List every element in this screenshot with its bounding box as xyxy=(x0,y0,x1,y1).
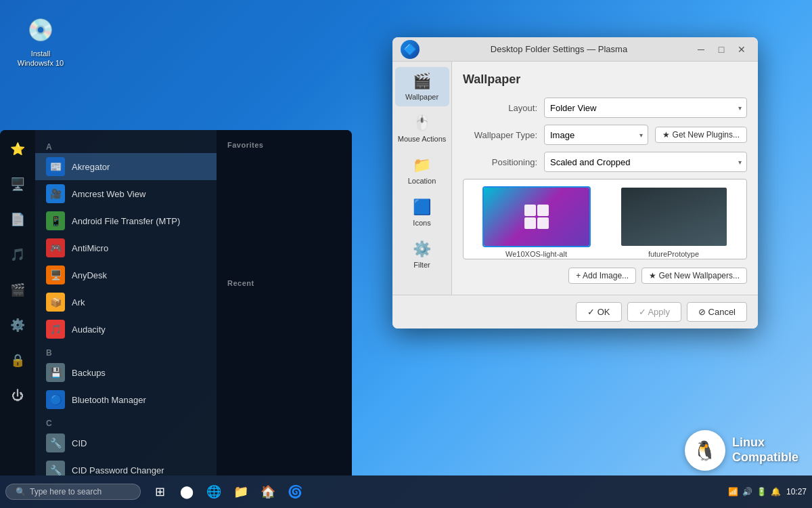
dialog-titlebar: 🔷 Desktop Folder Settings — Plasma ─ □ ✕ xyxy=(392,37,758,62)
sidebar-icon-power[interactable]: ⏻ xyxy=(5,383,30,408)
bluetooth-icon: 🔵 xyxy=(46,390,65,409)
sidebar-item-filter[interactable]: ⚙️ Filter xyxy=(395,235,449,274)
sidebar-item-location[interactable]: 📁 Location xyxy=(395,151,449,190)
sidebar-item-mouse-actions[interactable]: 🖱️ Mouse Actions xyxy=(395,109,449,148)
app-cid-password[interactable]: 🔧 CID Password Changer xyxy=(35,457,217,475)
start-menu-content: A 📰 Akregator 🎥 Amcrest Web View 📱 Andro… xyxy=(35,130,217,475)
app-amcrest-label: Amcrest Web View xyxy=(72,189,145,199)
taskbar-icon-start[interactable]: ⬤ xyxy=(176,481,198,503)
app-ark[interactable]: 📦 Ark xyxy=(35,289,217,316)
apply-button[interactable]: ✓ Apply xyxy=(627,302,681,322)
taskbar-icon-store[interactable]: 🏠 xyxy=(257,481,279,503)
recent-title: Recent xyxy=(217,275,352,291)
letter-c: C xyxy=(35,413,217,429)
audacity-icon: 🎵 xyxy=(46,320,65,339)
cancel-button[interactable]: ⊘ Cancel xyxy=(687,302,747,322)
layout-label: Layout: xyxy=(463,103,537,113)
app-anydesk[interactable]: 🖥️ AnyDesk xyxy=(35,261,217,289)
sidebar-icon-settings[interactable]: ⚙️ xyxy=(5,313,30,337)
ok-button[interactable]: ✓ OK xyxy=(576,302,621,322)
wallpaper-grid-container: We10XOS-light-alt futurePrototype xyxy=(463,179,747,259)
sidebar-item-icons[interactable]: 🟦 Icons xyxy=(395,193,449,232)
taskbar-icon-edge[interactable]: 🌐 xyxy=(203,481,225,503)
wallpaper-thumb-2[interactable]: futurePrototype xyxy=(608,186,740,258)
cid-password-icon: 🔧 xyxy=(46,461,65,475)
sidebar-icon-apps[interactable]: 🖥️ xyxy=(5,172,30,196)
battery-icon[interactable]: 🔋 xyxy=(757,487,767,496)
install-icon-label: Install Windowsfx 10 xyxy=(14,49,68,68)
wallpaper-thumb-1[interactable]: We10XOS-light-alt xyxy=(470,186,602,258)
dialog-main: Wallpaper Layout: Folder View ▾ Wallpape… xyxy=(452,62,758,295)
dialog-minimize-button[interactable]: ─ xyxy=(693,41,709,58)
app-backups-label: Backups xyxy=(72,368,106,378)
sidebar-icon-home[interactable]: ⭐ xyxy=(5,137,30,161)
svg-rect-3 xyxy=(537,217,549,229)
wallpaper-type-row: Wallpaper Type: Image ▾ ★ Get New Plugin… xyxy=(463,125,747,145)
get-plugins-button[interactable]: ★ Get New Plugins... xyxy=(655,127,747,143)
positioning-select[interactable]: Scaled and Cropped xyxy=(544,152,747,172)
layout-select[interactable]: Folder View xyxy=(544,98,747,118)
amcrest-icon: 🎥 xyxy=(46,184,65,203)
dialog-section-title: Wallpaper xyxy=(463,72,747,87)
taskbar-icon-windows[interactable]: ⊞ xyxy=(149,481,171,503)
app-akregator[interactable]: 📰 Akregator xyxy=(35,153,217,180)
notification-icon[interactable]: 🔔 xyxy=(771,487,781,496)
sidebar-icon-music[interactable]: 🎵 xyxy=(5,242,30,267)
layout-select-wrapper[interactable]: Folder View ▾ xyxy=(544,98,747,118)
taskbar: 🔍 Type here to search ⊞ ⬤ 🌐 📁 🏠 🌀 📶 🔊 🔋 … xyxy=(0,475,812,508)
favorites-title: Favorites xyxy=(217,137,352,153)
backups-icon: 💾 xyxy=(46,363,65,382)
app-audacity[interactable]: 🎵 Audacity xyxy=(35,316,217,343)
volume-icon[interactable]: 🔊 xyxy=(742,487,752,496)
svg-rect-0 xyxy=(524,205,536,216)
dialog-maximize-button[interactable]: □ xyxy=(713,41,729,58)
antimicro-icon: 🎮 xyxy=(46,238,65,257)
start-menu-sidebar: ⭐ 🖥️ 📄 🎵 🎬 ⚙️ 🔒 ⏻ xyxy=(0,130,35,475)
app-antimicro[interactable]: 🎮 AntiMicro xyxy=(35,234,217,261)
location-sidebar-icon: 📁 xyxy=(413,156,431,174)
sidebar-icon-lock[interactable]: 🔒 xyxy=(5,348,30,373)
svg-rect-2 xyxy=(524,217,536,229)
install-icon[interactable]: 💿 Install Windowsfx 10 xyxy=(14,14,68,68)
dialog-close-button[interactable]: ✕ xyxy=(734,41,750,58)
app-backups[interactable]: 💾 Backups xyxy=(35,359,217,386)
dialog-app-icon: 🔷 xyxy=(401,40,420,59)
wallpaper-type-select[interactable]: Image xyxy=(544,125,648,145)
dialog-title: Desktop Folder Settings — Plasma xyxy=(425,44,693,54)
app-ark-label: Ark xyxy=(72,297,85,308)
favorites-panel: Favorites Recent xyxy=(217,130,352,475)
add-image-button[interactable]: + Add Image... xyxy=(568,268,636,284)
dialog-actions: ✓ OK ✓ Apply ⊘ Cancel xyxy=(392,295,758,329)
wallpaper-type-select-wrapper[interactable]: Image ▾ xyxy=(544,125,648,145)
sidebar-icon-video[interactable]: 🎬 xyxy=(5,278,30,302)
app-bluetooth-label: Bluetooth Manager xyxy=(72,395,146,405)
letter-b: B xyxy=(35,343,217,359)
wallpaper-label-1: We10XOS-light-alt xyxy=(505,250,567,258)
get-new-wallpapers-button[interactable]: ★ Get New Wallpapers... xyxy=(641,268,747,284)
linux-text-line2: Compatible xyxy=(732,450,798,465)
app-cid[interactable]: 🔧 CID xyxy=(35,429,217,457)
taskbar-search[interactable]: 🔍 Type here to search xyxy=(5,484,141,500)
sidebar-wallpaper-label: Wallpaper xyxy=(405,93,438,101)
app-amcrest[interactable]: 🎥 Amcrest Web View xyxy=(35,180,217,207)
network-icon[interactable]: 📶 xyxy=(728,487,738,496)
sidebar-item-wallpaper[interactable]: 🎬 Wallpaper xyxy=(395,67,449,106)
apps-list: A 📰 Akregator 🎥 Amcrest Web View 📱 Andro… xyxy=(35,130,217,475)
app-android-label: Android File Transfer (MTP) xyxy=(72,216,180,226)
icons-sidebar-icon: 🟦 xyxy=(413,198,431,216)
desktop: 💿 Install Windowsfx 10 ⭐ 🖥️ 📄 🎵 🎬 ⚙️ 🔒 ⏻… xyxy=(0,0,812,508)
app-cid-label: CID xyxy=(72,438,87,448)
layout-row: Layout: Folder View ▾ xyxy=(463,98,747,118)
positioning-select-wrapper[interactable]: Scaled and Cropped ▾ xyxy=(544,152,747,172)
taskbar-clock: 10:27 xyxy=(786,487,807,496)
letter-a: A xyxy=(35,137,217,153)
dialog-window-controls: ─ □ ✕ xyxy=(693,41,750,58)
sidebar-icon-docs[interactable]: 📄 xyxy=(5,207,30,232)
search-icon: 🔍 xyxy=(16,487,26,496)
ark-icon: 📦 xyxy=(46,293,65,312)
taskbar-icon-plasma[interactable]: 🌀 xyxy=(284,481,306,503)
install-disc-icon: 💿 xyxy=(24,14,57,46)
app-bluetooth[interactable]: 🔵 Bluetooth Manager xyxy=(35,386,217,413)
app-android-transfer[interactable]: 📱 Android File Transfer (MTP) xyxy=(35,207,217,234)
taskbar-icon-files[interactable]: 📁 xyxy=(230,481,252,503)
